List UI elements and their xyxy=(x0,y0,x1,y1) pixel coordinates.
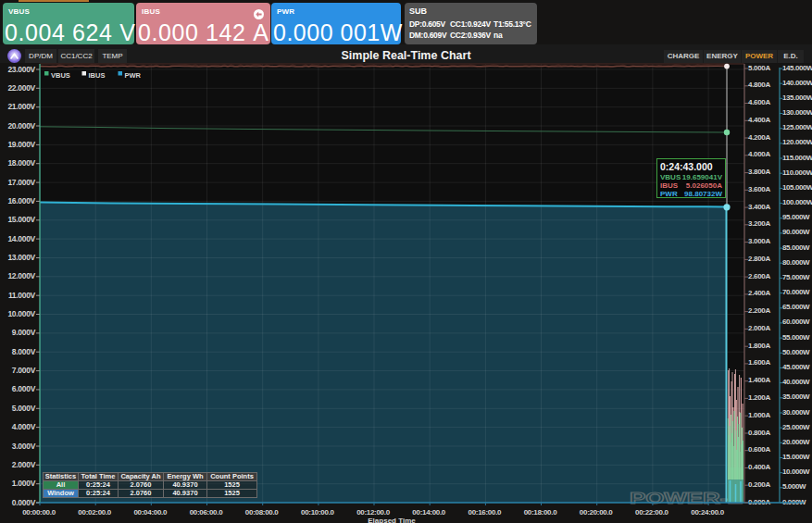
svg-text:0:24:43.000: 0:24:43.000 xyxy=(660,161,713,172)
svg-text:PWR: PWR xyxy=(125,71,142,80)
svg-text:VBUS: VBUS xyxy=(660,173,681,181)
svg-text:5.026050A: 5.026050A xyxy=(686,181,722,190)
svg-text:VBUS: VBUS xyxy=(51,71,70,80)
svg-text:IBUS: IBUS xyxy=(89,71,106,80)
svg-text:IBUS: IBUS xyxy=(660,181,679,190)
svg-text:PWR: PWR xyxy=(660,190,678,198)
svg-text:19.659041V: 19.659041V xyxy=(682,173,723,181)
svg-text:98.80732W: 98.80732W xyxy=(684,190,722,198)
